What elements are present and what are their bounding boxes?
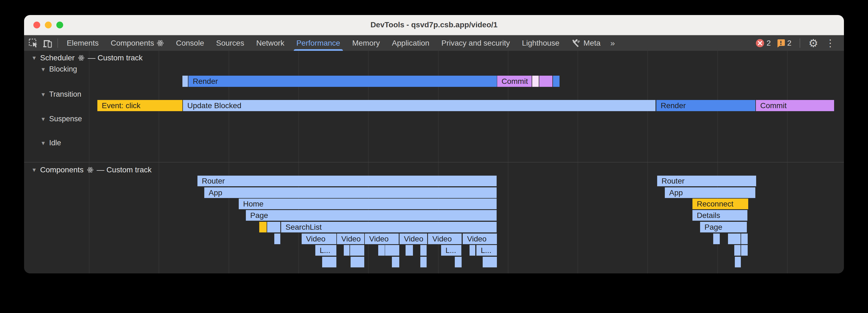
flamechart-entry[interactable] <box>322 257 336 267</box>
collapse-triangle-icon[interactable]: ▼ <box>40 67 46 72</box>
collapse-triangle-icon[interactable]: ▼ <box>31 167 37 173</box>
flamechart-entry-home[interactable]: Home <box>239 199 497 209</box>
flamechart-entry[interactable] <box>741 245 748 256</box>
tab-memory[interactable]: Memory <box>346 35 386 51</box>
flamechart-entry-update-blocked[interactable]: Update Blocked <box>183 100 655 111</box>
flamechart-entry-router[interactable]: Router <box>197 176 497 186</box>
flamechart-entry-page[interactable]: Page <box>246 210 497 221</box>
flamechart-entry[interactable] <box>420 257 427 267</box>
traffic-lights <box>33 15 63 35</box>
console-errors-badge[interactable]: 2 <box>755 39 771 47</box>
tab-meta[interactable]: Meta <box>565 35 607 51</box>
flamechart-entry[interactable] <box>734 245 741 256</box>
flamechart-entry-searchlist[interactable]: SearchList <box>281 222 497 233</box>
inspect-element-button[interactable] <box>26 35 40 51</box>
tab-performance[interactable]: Performance <box>290 35 346 51</box>
react-logo-icon <box>78 55 85 61</box>
main-menu-button[interactable]: ⋮ <box>824 38 837 48</box>
performance-flamechart[interactable]: ▼Scheduler— Custom track▼Blocking▼Transi… <box>24 51 844 273</box>
tab-network[interactable]: Network <box>250 35 290 51</box>
flamechart-entry[interactable] <box>267 222 280 233</box>
flamechart-entry-video[interactable]: Video <box>400 234 427 244</box>
device-toolbar-button[interactable] <box>40 35 55 51</box>
tab-components[interactable]: Components <box>105 35 170 51</box>
lane-label: Transition <box>49 90 82 99</box>
flamechart-entry[interactable] <box>483 257 497 267</box>
track-header-components[interactable]: ▼Components— Custom track <box>31 166 152 174</box>
tab-application[interactable]: Application <box>386 35 435 51</box>
flamechart-entry[interactable] <box>385 245 399 256</box>
settings-button[interactable]: ⚙ <box>808 38 818 48</box>
flamechart-entry-render[interactable]: Render <box>656 100 755 111</box>
flamechart-entry-video[interactable]: Video <box>428 234 462 244</box>
collapse-triangle-icon[interactable]: ▼ <box>40 92 46 97</box>
flamechart-entry-reconnect[interactable]: Reconnect <box>692 199 748 209</box>
panel-tabs: ElementsComponentsConsoleSourcesNetworkP… <box>61 35 607 51</box>
toolbar-divider <box>57 38 58 48</box>
track-header-scheduler[interactable]: ▼Scheduler— Custom track <box>31 54 143 62</box>
chevron-double-right-icon: » <box>610 38 615 48</box>
flamechart-entry[interactable] <box>259 222 267 233</box>
flamechart-entry-commit[interactable]: Commit <box>497 76 532 87</box>
flamechart-entry-l-[interactable]: L... <box>441 245 461 256</box>
close-button[interactable] <box>33 22 40 28</box>
flamechart-entry-page[interactable]: Page <box>700 222 747 233</box>
flamechart-entry[interactable] <box>553 76 560 87</box>
flamechart-entry-details[interactable]: Details <box>692 210 747 221</box>
flamechart-entry-video[interactable]: Video <box>463 234 497 244</box>
lane-suspense[interactable]: ▼Suspense <box>40 115 82 123</box>
flamechart-entry[interactable] <box>350 245 364 256</box>
flamechart-entry[interactable] <box>420 245 427 256</box>
flamechart-entry-video[interactable]: Video <box>365 234 399 244</box>
flamechart-entry[interactable] <box>532 76 539 87</box>
tab-privacy-and-security[interactable]: Privacy and security <box>435 35 516 51</box>
track-subtitle: — Custom track <box>97 166 152 174</box>
flamechart-entry[interactable] <box>274 234 280 244</box>
tab-console[interactable]: Console <box>170 35 210 51</box>
minimize-button[interactable] <box>45 22 52 28</box>
flamechart-entry[interactable] <box>728 234 741 244</box>
flamechart-entry-app[interactable]: App <box>665 187 755 198</box>
collapse-triangle-icon[interactable]: ▼ <box>40 140 46 146</box>
track-title: Components <box>40 166 84 174</box>
flamechart-entry[interactable] <box>344 245 349 256</box>
window-title: DevTools - qsvd7p.csb.app/video/1 <box>371 21 498 29</box>
flamechart-entry-l-[interactable]: L... <box>315 245 336 256</box>
flamechart-entry-commit[interactable]: Commit <box>756 100 834 111</box>
flamechart-entry[interactable] <box>713 234 720 244</box>
flamechart-entry[interactable] <box>182 76 188 87</box>
tab-sources[interactable]: Sources <box>210 35 250 51</box>
titlebar[interactable]: DevTools - qsvd7p.csb.app/video/1 <box>24 15 844 35</box>
flamechart-entry[interactable] <box>741 234 748 244</box>
flamechart-entry[interactable] <box>735 257 741 267</box>
flamechart-entry-event-click[interactable]: Event: click <box>97 100 182 111</box>
tab-label: Memory <box>352 39 380 47</box>
flamechart-entry[interactable] <box>539 76 552 87</box>
more-tabs-button[interactable]: » <box>607 35 619 51</box>
flamechart-entry-render[interactable]: Render <box>188 76 497 87</box>
flamechart-entry[interactable] <box>378 245 385 256</box>
zoom-button[interactable] <box>56 22 63 28</box>
track-separator <box>24 162 844 163</box>
flamechart-entry-video[interactable]: Video <box>302 234 336 244</box>
tab-lighthouse[interactable]: Lighthouse <box>516 35 565 51</box>
flamechart-entry[interactable] <box>470 245 475 256</box>
collapse-triangle-icon[interactable]: ▼ <box>31 55 37 61</box>
collapse-triangle-icon[interactable]: ▼ <box>40 116 46 122</box>
lane-transition[interactable]: ▼Transition <box>40 90 81 99</box>
device-toolbar-icon <box>43 38 53 48</box>
flamechart-entry[interactable] <box>406 245 413 256</box>
flamechart-entry[interactable] <box>455 257 462 267</box>
flamechart-entry-l-[interactable]: L... <box>476 245 497 256</box>
flamechart-entry-router[interactable]: Router <box>657 176 756 186</box>
tab-label: Lighthouse <box>522 39 560 47</box>
lane-idle[interactable]: ▼Idle <box>40 139 61 147</box>
tab-elements[interactable]: Elements <box>61 35 105 51</box>
flamechart-entry-app[interactable]: App <box>204 187 497 198</box>
tab-label: Sources <box>216 39 244 47</box>
lane-blocking[interactable]: ▼Blocking <box>40 65 77 73</box>
issues-badge[interactable]: 2 <box>776 39 792 47</box>
flamechart-entry[interactable] <box>350 257 364 267</box>
flamechart-entry-video[interactable]: Video <box>337 234 364 244</box>
flamechart-entry[interactable] <box>392 257 399 267</box>
